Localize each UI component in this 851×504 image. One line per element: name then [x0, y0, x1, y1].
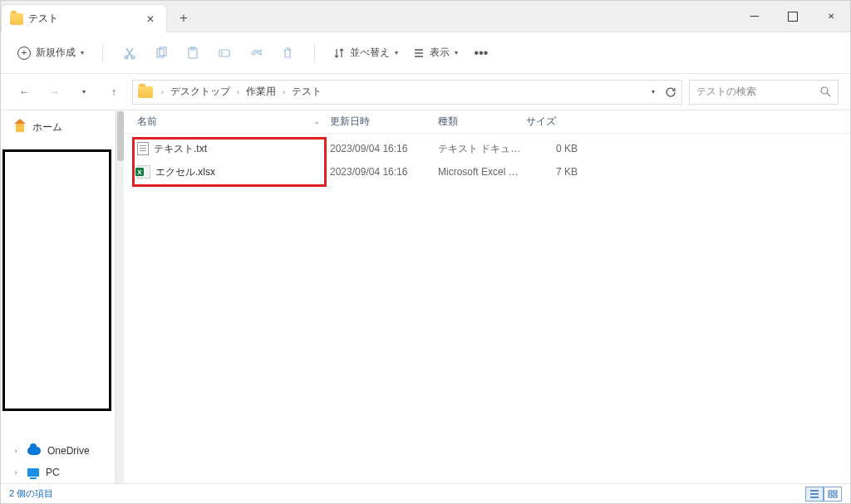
separator — [314, 44, 315, 62]
icons-view-button[interactable] — [824, 487, 842, 502]
file-date: 2023/09/04 16:16 — [330, 166, 438, 178]
back-button[interactable]: ← — [12, 81, 36, 104]
svg-rect-10 — [829, 495, 832, 497]
chevron-down-icon: ▾ — [455, 49, 458, 56]
chevron-right-icon: › — [235, 88, 241, 96]
close-window-button[interactable]: ✕ — [812, 1, 850, 32]
chevron-down-icon[interactable]: ▾ — [652, 88, 655, 95]
file-type: テキスト ドキュメント — [438, 142, 526, 156]
svg-point-7 — [821, 87, 828, 94]
home-icon — [14, 123, 26, 133]
tab-strip: テスト ✕ + — [1, 1, 735, 32]
sidebar-item-pc[interactable]: › PC — [1, 462, 115, 483]
view-icon — [413, 47, 425, 59]
tab-title: テスト — [28, 12, 58, 25]
copy-button[interactable] — [148, 40, 175, 66]
sidebar: ホーム › OneDrive › PC — [1, 110, 116, 483]
more-button[interactable]: ••• — [468, 40, 494, 66]
chevron-down-icon: ▾ — [81, 49, 84, 56]
window-controls: ✕ — [735, 1, 850, 32]
column-name[interactable]: 名前 ⌄ — [137, 115, 330, 129]
file-size: 7 KB — [526, 166, 586, 178]
sort-icon — [333, 47, 345, 59]
details-view-button[interactable] — [805, 487, 824, 502]
column-label: 名前 — [137, 115, 157, 129]
close-tab-icon[interactable]: ✕ — [143, 12, 158, 27]
svg-rect-9 — [834, 491, 837, 493]
cloud-icon — [27, 447, 41, 455]
file-date: 2023/09/04 16:16 — [330, 143, 438, 154]
folder-icon — [138, 86, 153, 98]
redacted-region — [2, 149, 111, 411]
xlsx-file-icon — [137, 165, 150, 179]
recent-button[interactable]: ▾ — [72, 81, 96, 104]
column-size[interactable]: サイズ — [526, 115, 586, 129]
chevron-right-icon[interactable]: › — [11, 468, 21, 477]
sort-indicator-icon: ⌄ — [314, 118, 320, 125]
file-type: Microsoft Excel ワ... — [438, 165, 526, 179]
column-label: 更新日時 — [330, 115, 370, 127]
chevron-right-icon[interactable]: › — [11, 447, 21, 455]
sort-label: 並べ替え — [350, 46, 390, 60]
sidebar-label: OneDrive — [47, 445, 90, 457]
column-type[interactable]: 種類 — [438, 115, 526, 129]
chevron-right-icon: › — [160, 88, 165, 96]
search-input[interactable]: テストの検索 — [689, 80, 839, 105]
breadcrumb-item[interactable]: デスクトップ — [169, 83, 232, 100]
chevron-down-icon: ▾ — [395, 49, 398, 56]
up-button[interactable]: ↑ — [102, 81, 125, 104]
body: ホーム › OneDrive › PC 名前 ⌄ 更新日時 種類 サイズ — [1, 110, 850, 483]
file-list: テキスト.txt 2023/09/04 16:16 テキスト ドキュメント 0 … — [124, 134, 850, 183]
content-area: 名前 ⌄ 更新日時 種類 サイズ テキスト.txt 2023/09/04 16:… — [124, 110, 850, 483]
tab-active[interactable]: テスト ✕ — [1, 4, 167, 32]
forward-button[interactable]: → — [42, 81, 66, 104]
maximize-button[interactable] — [774, 1, 812, 32]
plus-icon: + — [17, 46, 31, 60]
file-name: テキスト.txt — [154, 142, 207, 156]
view-label: 表示 — [430, 46, 450, 60]
toolbar: + 新規作成 ▾ 並べ替え ▾ 表示 ▾ ••• — [1, 32, 850, 74]
refresh-button[interactable] — [665, 86, 676, 98]
sidebar-item-home[interactable]: ホーム — [4, 115, 111, 139]
delete-button[interactable] — [274, 40, 301, 66]
titlebar: テスト ✕ + ✕ — [1, 1, 850, 32]
column-label: 種類 — [438, 115, 458, 127]
svg-rect-8 — [829, 491, 832, 493]
paste-button[interactable] — [180, 40, 206, 66]
minimize-button[interactable] — [735, 1, 774, 32]
navigation-row: ← → ▾ ↑ › デスクトップ › 作業用 › テスト ▾ テストの検索 — [1, 74, 850, 110]
file-row[interactable]: エクセル.xlsx 2023/09/04 16:16 Microsoft Exc… — [124, 160, 850, 183]
folder-icon — [10, 13, 23, 25]
txt-file-icon — [137, 142, 149, 155]
sort-button[interactable]: 並べ替え ▾ — [328, 42, 403, 63]
column-label: サイズ — [526, 115, 556, 127]
new-label: 新規作成 — [36, 46, 76, 60]
sidebar-label: ホーム — [32, 120, 62, 135]
new-tab-button[interactable]: + — [167, 4, 200, 32]
chevron-right-icon: › — [281, 88, 287, 96]
rename-button[interactable] — [211, 40, 238, 66]
view-button[interactable]: 表示 ▾ — [408, 42, 463, 63]
status-bar: 2 個の項目 — [1, 483, 850, 503]
search-placeholder: テストの検索 — [696, 85, 756, 99]
file-size: 0 KB — [526, 143, 586, 154]
breadcrumb-item[interactable]: 作業用 — [244, 83, 278, 100]
sidebar-item-onedrive[interactable]: › OneDrive — [1, 440, 115, 462]
share-button[interactable] — [243, 40, 269, 66]
separator — [102, 44, 103, 62]
new-item-button[interactable]: + 新規作成 ▾ — [12, 42, 89, 63]
cut-button[interactable] — [116, 40, 143, 66]
search-icon — [820, 86, 831, 97]
svg-rect-6 — [219, 50, 229, 56]
file-name: エクセル.xlsx — [155, 165, 215, 179]
address-bar[interactable]: › デスクトップ › 作業用 › テスト ▾ — [132, 80, 682, 105]
sidebar-scrollbar[interactable] — [116, 110, 124, 483]
sidebar-label: PC — [46, 467, 60, 478]
status-item-count: 2 個の項目 — [9, 487, 53, 500]
file-row[interactable]: テキスト.txt 2023/09/04 16:16 テキスト ドキュメント 0 … — [124, 137, 850, 160]
view-mode-buttons — [805, 487, 842, 502]
column-date[interactable]: 更新日時 — [330, 115, 438, 129]
svg-rect-11 — [834, 495, 837, 497]
pc-icon — [27, 468, 39, 477]
breadcrumb-item[interactable]: テスト — [290, 83, 323, 100]
